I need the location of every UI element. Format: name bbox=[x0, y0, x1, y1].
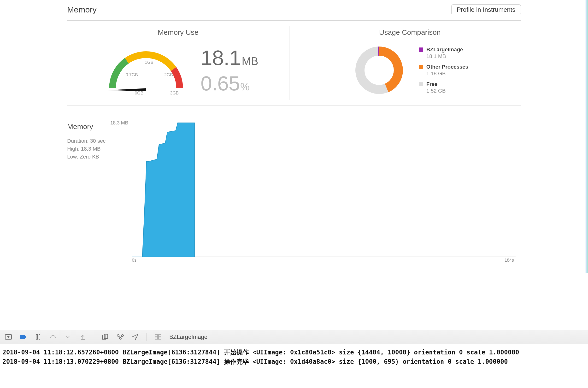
svg-rect-17 bbox=[39, 335, 40, 339]
debug-console: BZLargeImage 2018-09-04 11:18:12.657260+… bbox=[0, 330, 588, 388]
svg-rect-34 bbox=[159, 337, 161, 339]
legend-item-other: Other Processes 1.18 GB bbox=[419, 64, 468, 77]
svg-text:0GB: 0GB bbox=[135, 91, 143, 96]
svg-rect-32 bbox=[159, 335, 161, 337]
svg-line-29 bbox=[121, 336, 122, 338]
svg-text:0.7GB: 0.7GB bbox=[126, 73, 138, 77]
console-output[interactable]: 2018-09-04 11:18:12.657260+0800 BZLargeI… bbox=[0, 344, 588, 388]
svg-marker-14 bbox=[7, 336, 10, 338]
page-title: Memory bbox=[67, 5, 97, 14]
scheme-name[interactable]: BZLargeImage bbox=[169, 334, 207, 340]
usage-comparison-title: Usage Comparison bbox=[299, 28, 521, 36]
scheme-icon[interactable] bbox=[154, 333, 162, 340]
step-over-icon[interactable] bbox=[49, 333, 57, 340]
chart-duration: Duration: 30 sec bbox=[67, 137, 129, 145]
svg-marker-30 bbox=[133, 334, 138, 340]
svg-marker-15 bbox=[20, 335, 26, 339]
svg-text:2GB: 2GB bbox=[164, 73, 173, 77]
usage-donut bbox=[352, 43, 407, 98]
swatch-free bbox=[419, 82, 423, 86]
memory-percent-unit: % bbox=[240, 81, 250, 93]
memory-use-title: Memory Use bbox=[67, 28, 289, 36]
memory-value-unit: MB bbox=[242, 55, 258, 68]
swatch-app bbox=[419, 48, 423, 52]
svg-rect-31 bbox=[155, 335, 158, 337]
swatch-other bbox=[419, 65, 423, 69]
pause-icon[interactable] bbox=[35, 333, 42, 340]
memory-area-chart: 0s 184s bbox=[132, 122, 515, 264]
view-debugger-icon[interactable] bbox=[102, 333, 109, 340]
svg-text:3GB: 3GB bbox=[170, 91, 179, 96]
location-icon[interactable] bbox=[132, 333, 139, 340]
profile-in-instruments-button[interactable]: Profile in Instruments bbox=[451, 4, 521, 15]
chart-high: High: 18.3 MB bbox=[67, 145, 129, 153]
legend-item-free: Free 1.52 GB bbox=[419, 81, 468, 94]
legend-item-app: BZLargeImage 18.1 MB bbox=[419, 47, 468, 59]
svg-rect-16 bbox=[36, 335, 37, 339]
memory-graph-icon[interactable] bbox=[117, 333, 124, 340]
toolbar-separator bbox=[94, 333, 94, 341]
toolbar-separator bbox=[147, 333, 147, 341]
memory-gauge: 0GB 0.7GB 1GB 2GB 3GB bbox=[98, 43, 194, 98]
svg-line-28 bbox=[119, 336, 120, 338]
svg-text:1GB: 1GB bbox=[145, 60, 153, 65]
activate-breakpoints-icon[interactable] bbox=[20, 333, 27, 340]
svg-rect-33 bbox=[155, 337, 158, 339]
step-out-icon[interactable] bbox=[79, 333, 86, 340]
disclosure-icon[interactable] bbox=[5, 333, 12, 340]
svg-text:0s: 0s bbox=[132, 258, 136, 263]
step-into-icon[interactable] bbox=[64, 333, 72, 340]
memory-value: 18.1 bbox=[201, 46, 241, 70]
chart-low: Low: Zero KB bbox=[67, 153, 129, 161]
memory-percent: 0.65 bbox=[201, 72, 240, 95]
chart-ymax-label: 18.3 MB bbox=[110, 120, 128, 126]
svg-text:184s: 184s bbox=[505, 258, 514, 263]
